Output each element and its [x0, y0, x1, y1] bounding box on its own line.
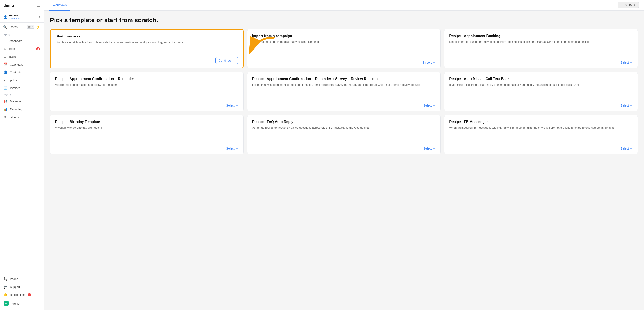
sidebar-item-marketing[interactable]: 📢 Marketing [0, 97, 44, 105]
continue-button[interactable]: Continue → [216, 57, 238, 64]
card-title: Recipe - Appointment Confirmation + Remi… [252, 77, 436, 81]
card-desc: Detect intent on customer reply to send … [449, 40, 633, 44]
card-title: Recipe - FAQ Auto Reply [252, 120, 436, 124]
sidebar-item-label: Dashboard [8, 39, 40, 43]
add-icon[interactable]: ⚡ [36, 25, 40, 29]
phone-icon: 📞 [4, 277, 8, 281]
select-action[interactable]: Select → [449, 104, 633, 107]
sidebar-item-contacts[interactable]: 👤 Contacts [0, 68, 44, 76]
search-bar[interactable]: 🔍 Search ctrl K ⚡ [0, 23, 44, 31]
card-desc: Automate replies to frequently asked que… [252, 126, 436, 130]
template-grid: Start from scratch Start from scratch wi… [50, 29, 638, 154]
select-action[interactable]: Select → [252, 104, 436, 107]
tasks-icon: ☑ [4, 55, 6, 59]
card-desc: When an inbound FB message is waiting, r… [449, 126, 633, 130]
import-action[interactable]: Import → [252, 61, 436, 64]
card-auto-missed-call[interactable]: Recipe - Auto Missed Call Text-Back If y… [444, 72, 638, 111]
sidebar-item-notifications[interactable]: 🔔 Notifications 4 [0, 291, 44, 298]
sidebar-item-label: Tasks [8, 55, 40, 58]
card-content: Import from a campaign Import all the st… [252, 34, 436, 44]
card-title: Import from a campaign [252, 34, 436, 38]
settings-icon: ⚙ [4, 115, 6, 119]
search-shortcut: ctrl K [27, 25, 34, 29]
topnav: Workflows ← Go Back [44, 0, 644, 11]
account-name: Account [9, 14, 20, 17]
sidebar-item-phone[interactable]: 📞 Phone [0, 275, 44, 283]
go-back-button[interactable]: ← Go Back [618, 2, 639, 8]
avatar: G [4, 300, 9, 306]
account-icon: 👤 [4, 15, 7, 19]
topnav-tabs: Workflows [49, 0, 70, 11]
sidebar-item-label: Phone [10, 277, 18, 281]
content-area: Pick a template or start from scratch. S… [44, 11, 644, 310]
card-content: Recipe - Birthday Template A workflow to… [55, 120, 238, 130]
card-desc: Appointment confirmation and follow up r… [55, 83, 238, 87]
card-appointment-confirmation-reminder[interactable]: Recipe - Appointment Confirmation + Remi… [50, 72, 244, 111]
card-birthday-template[interactable]: Recipe - Birthday Template A workflow to… [50, 115, 244, 154]
sidebar-item-invoices[interactable]: 🧾 Invoices [0, 84, 44, 92]
sidebar-item-reporting[interactable]: 📊 Reporting [0, 105, 44, 113]
sidebar-item-label: Pipeline [8, 79, 40, 82]
card-desc: If you miss a call from a lead, reply to… [449, 83, 633, 87]
card-title: Recipe - Birthday Template [55, 120, 238, 124]
card-content: Recipe - Appointment Confirmation + Remi… [55, 77, 238, 87]
card-faq-auto-reply[interactable]: Recipe - FAQ Auto Reply Automate replies… [247, 115, 441, 154]
card-title: Recipe - Appointment Confirmation + Remi… [55, 77, 238, 81]
tab-workflows[interactable]: Workflows [49, 0, 70, 11]
marketing-icon: 📢 [4, 99, 8, 103]
hamburger-icon[interactable]: ☰ [36, 3, 40, 8]
card-appointment-booking[interactable]: Recipe - Appointment Booking Detect inte… [444, 29, 638, 68]
sidebar-item-calendars[interactable]: 📅 Calendars [0, 61, 44, 68]
account-text: Account Irvine, CA [9, 14, 20, 20]
card-title: Recipe - Appointment Booking [449, 34, 633, 38]
card-content: Recipe - FAQ Auto Reply Automate replies… [252, 120, 436, 130]
support-icon: 💬 [4, 285, 8, 289]
inbox-badge: 2 [36, 47, 40, 50]
card-start-from-scratch[interactable]: Start from scratch Start from scratch wi… [50, 29, 244, 68]
card-content: Start from scratch Start from scratch wi… [56, 35, 238, 45]
logo: demo [4, 3, 14, 8]
sidebar-item-inbox[interactable]: ✉ Inbox 2 [0, 45, 44, 53]
account-switcher[interactable]: 👤 Account Irvine, CA ▾ [0, 11, 44, 23]
card-desc: For each new appointment, send a confirm… [252, 83, 436, 87]
notifications-icon: 🔔 [4, 293, 8, 297]
card-title: Recipe - Auto Missed Call Text-Back [449, 77, 633, 81]
reporting-icon: 📊 [4, 107, 8, 111]
sidebar-item-label: Settings [8, 116, 40, 119]
select-action[interactable]: Select → [252, 147, 436, 150]
account-info: 👤 Account Irvine, CA [4, 14, 20, 20]
sidebar-item-support[interactable]: 💬 Support [0, 283, 44, 291]
card-appointment-confirmation-reminder-survey[interactable]: Recipe - Appointment Confirmation + Remi… [247, 72, 441, 111]
card-desc: A workflow to do Birthday promotions [55, 126, 238, 130]
sidebar-item-label: Calendars [10, 63, 40, 66]
sidebar-item-pipeline[interactable]: ⬧ Pipeline [0, 76, 44, 84]
search-icon: 🔍 [3, 25, 7, 29]
sidebar-item-tasks[interactable]: ☑ Tasks [0, 53, 44, 61]
sidebar-item-label: Notifications [10, 293, 26, 296]
card-content: Recipe - Appointment Confirmation + Remi… [252, 77, 436, 87]
notifications-badge: 4 [28, 293, 32, 296]
sidebar-item-label: Marketing [10, 100, 40, 103]
sidebar-item-dashboard[interactable]: ⊞ Dashboard [0, 37, 44, 45]
inbox-icon: ✉ [4, 47, 6, 51]
select-action[interactable]: Select → [449, 147, 633, 150]
account-location: Irvine, CA [9, 17, 20, 20]
card-import-from-campaign[interactable]: Import from a campaign Import all the st… [247, 29, 441, 68]
sidebar-item-profile[interactable]: G Profile [0, 298, 44, 308]
select-action[interactable]: Select → [55, 147, 238, 150]
sidebar-bottom: 📞 Phone 💬 Support 🔔 Notifications 4 G Pr… [0, 275, 44, 310]
main-area: Workflows ← Go Back Pick a template or s… [44, 0, 644, 310]
search-label: Search [8, 25, 25, 29]
sidebar-item-label: Support [10, 285, 20, 288]
sidebar-item-settings[interactable]: ⚙ Settings [0, 113, 44, 121]
card-fb-messenger[interactable]: Recipe - FB Messenger When an inbound FB… [444, 115, 638, 154]
select-action[interactable]: Select → [449, 61, 633, 64]
card-content: Recipe - Appointment Booking Detect inte… [449, 34, 633, 44]
apps-section-label: Apps [0, 31, 44, 37]
sidebar-item-label: Reporting [10, 108, 40, 111]
invoices-icon: 🧾 [4, 86, 8, 90]
card-desc: Start from scratch with a fresh, clean s… [56, 40, 238, 45]
sidebar-item-label: Profile [12, 302, 20, 305]
tools-section-label: Tools [0, 92, 44, 97]
select-action[interactable]: Select → [55, 104, 238, 107]
